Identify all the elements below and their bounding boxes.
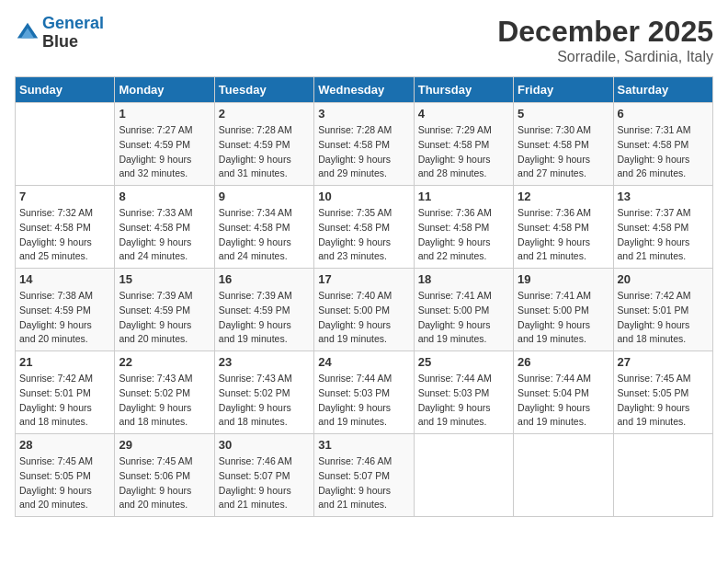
day-number: 13	[618, 190, 709, 203]
calendar-cell	[514, 434, 613, 517]
day-number: 17	[318, 272, 409, 286]
day-number: 4	[418, 107, 509, 121]
weekday-header: Tuesday	[214, 77, 313, 103]
calendar-cell	[613, 434, 712, 517]
day-number: 11	[418, 190, 509, 203]
day-info: Sunrise: 7:37 AMSunset: 4:58 PMDaylight:…	[618, 206, 709, 264]
weekday-header: Saturday	[613, 77, 712, 103]
calendar-cell: 16Sunrise: 7:39 AMSunset: 4:59 PMDayligh…	[214, 269, 313, 351]
day-number: 29	[119, 438, 210, 452]
calendar-week-row: 7Sunrise: 7:32 AMSunset: 4:58 PMDaylight…	[16, 186, 713, 269]
weekday-header: Sunday	[16, 77, 115, 103]
calendar-cell: 19Sunrise: 7:41 AMSunset: 5:00 PMDayligh…	[514, 269, 613, 351]
day-number: 9	[219, 190, 310, 203]
day-number: 12	[518, 190, 609, 203]
calendar-cell: 14Sunrise: 7:38 AMSunset: 4:59 PMDayligh…	[16, 269, 115, 351]
day-number: 22	[119, 355, 210, 369]
calendar-cell: 13Sunrise: 7:37 AMSunset: 4:58 PMDayligh…	[613, 186, 712, 269]
weekday-header: Friday	[514, 77, 613, 103]
day-number: 31	[318, 438, 409, 452]
calendar-cell: 21Sunrise: 7:42 AMSunset: 5:01 PMDayligh…	[16, 351, 115, 434]
day-info: Sunrise: 7:43 AMSunset: 5:02 PMDaylight:…	[119, 372, 210, 430]
day-number: 23	[219, 355, 310, 369]
day-number: 10	[318, 190, 409, 203]
day-info: Sunrise: 7:45 AMSunset: 5:06 PMDaylight:…	[119, 454, 210, 512]
day-number: 1	[119, 107, 210, 121]
day-info: Sunrise: 7:43 AMSunset: 5:02 PMDaylight:…	[219, 372, 310, 430]
day-info: Sunrise: 7:44 AMSunset: 5:04 PMDaylight:…	[518, 372, 609, 430]
calendar-week-row: 28Sunrise: 7:45 AMSunset: 5:05 PMDayligh…	[16, 434, 713, 517]
calendar-cell: 9Sunrise: 7:34 AMSunset: 4:58 PMDaylight…	[214, 186, 313, 269]
day-info: Sunrise: 7:33 AMSunset: 4:58 PMDaylight:…	[119, 206, 210, 264]
day-info: Sunrise: 7:41 AMSunset: 5:00 PMDaylight:…	[418, 289, 509, 347]
day-info: Sunrise: 7:46 AMSunset: 5:07 PMDaylight:…	[219, 454, 310, 512]
day-info: Sunrise: 7:34 AMSunset: 4:58 PMDaylight:…	[219, 206, 310, 264]
day-info: Sunrise: 7:38 AMSunset: 4:59 PMDaylight:…	[19, 289, 110, 347]
day-info: Sunrise: 7:46 AMSunset: 5:07 PMDaylight:…	[318, 454, 409, 512]
calendar-cell: 26Sunrise: 7:44 AMSunset: 5:04 PMDayligh…	[514, 351, 613, 434]
day-info: Sunrise: 7:35 AMSunset: 4:58 PMDaylight:…	[318, 206, 409, 264]
calendar-cell: 3Sunrise: 7:28 AMSunset: 4:58 PMDaylight…	[314, 103, 414, 186]
calendar-cell: 5Sunrise: 7:30 AMSunset: 4:58 PMDaylight…	[514, 103, 613, 186]
day-number: 21	[19, 355, 110, 369]
calendar-subtitle: Sorradile, Sardinia, Italy	[497, 49, 713, 65]
calendar-cell: 25Sunrise: 7:44 AMSunset: 5:03 PMDayligh…	[414, 351, 513, 434]
day-number: 5	[518, 107, 609, 121]
calendar-title: December 2025	[497, 15, 713, 49]
day-info: Sunrise: 7:40 AMSunset: 5:00 PMDaylight:…	[318, 289, 409, 347]
day-info: Sunrise: 7:27 AMSunset: 4:59 PMDaylight:…	[119, 123, 210, 181]
day-info: Sunrise: 7:29 AMSunset: 4:58 PMDaylight:…	[418, 123, 509, 181]
day-info: Sunrise: 7:36 AMSunset: 4:58 PMDaylight:…	[418, 206, 509, 264]
day-info: Sunrise: 7:45 AMSunset: 5:05 PMDaylight:…	[618, 372, 709, 430]
weekday-header: Monday	[115, 77, 214, 103]
calendar-cell: 23Sunrise: 7:43 AMSunset: 5:02 PMDayligh…	[214, 351, 313, 434]
day-info: Sunrise: 7:32 AMSunset: 4:58 PMDaylight:…	[19, 206, 110, 264]
calendar-cell: 7Sunrise: 7:32 AMSunset: 4:58 PMDaylight…	[16, 186, 115, 269]
day-info: Sunrise: 7:44 AMSunset: 5:03 PMDaylight:…	[318, 372, 409, 430]
title-block: December 2025 Sorradile, Sardinia, Italy	[497, 15, 713, 65]
calendar-cell: 17Sunrise: 7:40 AMSunset: 5:00 PMDayligh…	[314, 269, 414, 351]
calendar-cell: 31Sunrise: 7:46 AMSunset: 5:07 PMDayligh…	[314, 434, 414, 517]
day-number: 8	[119, 190, 210, 203]
day-number: 28	[19, 438, 110, 452]
day-info: Sunrise: 7:44 AMSunset: 5:03 PMDaylight:…	[418, 372, 509, 430]
calendar-week-row: 14Sunrise: 7:38 AMSunset: 4:59 PMDayligh…	[16, 269, 713, 351]
weekday-header: Thursday	[414, 77, 513, 103]
logo-text: GeneralBlue	[42, 15, 104, 52]
calendar-week-row: 21Sunrise: 7:42 AMSunset: 5:01 PMDayligh…	[16, 351, 713, 434]
day-number: 20	[618, 272, 709, 286]
day-number: 3	[318, 107, 409, 121]
day-info: Sunrise: 7:28 AMSunset: 4:59 PMDaylight:…	[219, 123, 310, 181]
calendar-cell: 8Sunrise: 7:33 AMSunset: 4:58 PMDaylight…	[115, 186, 214, 269]
day-info: Sunrise: 7:45 AMSunset: 5:05 PMDaylight:…	[19, 454, 110, 512]
calendar-cell: 1Sunrise: 7:27 AMSunset: 4:59 PMDaylight…	[115, 103, 214, 186]
day-number: 24	[318, 355, 409, 369]
page-header: GeneralBlue December 2025 Sorradile, Sar…	[15, 15, 713, 65]
calendar-cell: 15Sunrise: 7:39 AMSunset: 4:59 PMDayligh…	[115, 269, 214, 351]
calendar-cell: 12Sunrise: 7:36 AMSunset: 4:58 PMDayligh…	[514, 186, 613, 269]
calendar-cell: 28Sunrise: 7:45 AMSunset: 5:05 PMDayligh…	[16, 434, 115, 517]
day-number: 6	[618, 107, 709, 121]
calendar-cell: 27Sunrise: 7:45 AMSunset: 5:05 PMDayligh…	[613, 351, 712, 434]
day-info: Sunrise: 7:28 AMSunset: 4:58 PMDaylight:…	[318, 123, 409, 181]
day-info: Sunrise: 7:41 AMSunset: 5:00 PMDaylight:…	[518, 289, 609, 347]
day-number: 30	[219, 438, 310, 452]
day-number: 7	[19, 190, 110, 203]
day-number: 2	[219, 107, 310, 121]
calendar-cell: 10Sunrise: 7:35 AMSunset: 4:58 PMDayligh…	[314, 186, 414, 269]
day-number: 14	[19, 272, 110, 286]
calendar-table: SundayMondayTuesdayWednesdayThursdayFrid…	[15, 76, 713, 517]
day-number: 25	[418, 355, 509, 369]
calendar-cell	[414, 434, 513, 517]
day-number: 15	[119, 272, 210, 286]
calendar-cell: 29Sunrise: 7:45 AMSunset: 5:06 PMDayligh…	[115, 434, 214, 517]
calendar-cell: 22Sunrise: 7:43 AMSunset: 5:02 PMDayligh…	[115, 351, 214, 434]
day-number: 26	[518, 355, 609, 369]
calendar-header-row: SundayMondayTuesdayWednesdayThursdayFrid…	[16, 77, 713, 103]
day-info: Sunrise: 7:31 AMSunset: 4:58 PMDaylight:…	[618, 123, 709, 181]
day-info: Sunrise: 7:42 AMSunset: 5:01 PMDaylight:…	[19, 372, 110, 430]
calendar-cell: 20Sunrise: 7:42 AMSunset: 5:01 PMDayligh…	[613, 269, 712, 351]
day-number: 16	[219, 272, 310, 286]
calendar-cell: 18Sunrise: 7:41 AMSunset: 5:00 PMDayligh…	[414, 269, 513, 351]
calendar-cell: 24Sunrise: 7:44 AMSunset: 5:03 PMDayligh…	[314, 351, 414, 434]
